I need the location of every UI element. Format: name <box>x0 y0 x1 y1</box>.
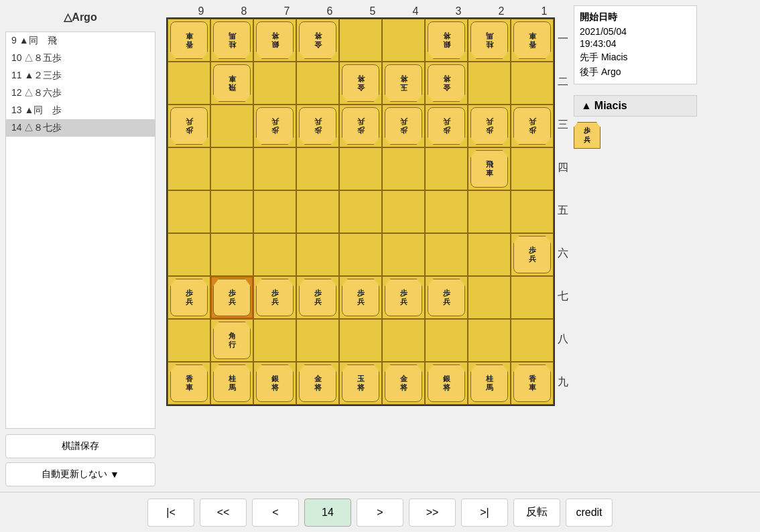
cell-7-9[interactable]: 銀将 <box>253 362 296 405</box>
move-item-12[interactable]: 12 △８六歩 <box>6 84 155 102</box>
cell-7-5[interactable] <box>253 190 296 233</box>
cell-3-6[interactable] <box>425 233 468 276</box>
cell-4-2[interactable]: 玉将 <box>382 62 425 105</box>
cell-6-2[interactable] <box>296 62 339 105</box>
nav-last-button[interactable]: >| <box>461 498 508 527</box>
nav-prev-button[interactable]: < <box>252 498 299 527</box>
cell-7-7[interactable]: 歩兵 <box>253 276 296 319</box>
cell-9-3[interactable]: 歩兵 <box>168 105 210 147</box>
cell-2-7[interactable] <box>468 276 511 319</box>
cell-5-4[interactable] <box>339 147 382 190</box>
cell-3-9[interactable]: 銀将 <box>425 362 468 405</box>
cell-2-9[interactable]: 桂馬 <box>468 362 511 405</box>
cell-7-4[interactable] <box>253 147 296 190</box>
cell-6-1[interactable]: 金将 <box>296 19 339 62</box>
cell-5-2[interactable]: 金将 <box>339 62 382 105</box>
cell-3-8[interactable] <box>425 319 468 362</box>
move-item-13[interactable]: 13 ▲同 歩 <box>6 102 155 119</box>
cell-8-1[interactable]: 桂馬 <box>210 19 253 62</box>
cell-7-2[interactable] <box>253 62 296 105</box>
cell-4-1[interactable] <box>382 19 425 62</box>
cell-8-7[interactable]: 歩兵 <box>210 276 253 319</box>
cell-1-5[interactable] <box>511 190 554 233</box>
nav-next-next-button[interactable]: >> <box>409 498 456 527</box>
auto-update-button[interactable]: 自動更新しない ▼ <box>5 462 155 486</box>
cell-6-8[interactable] <box>296 319 339 362</box>
cell-4-5[interactable] <box>382 190 425 233</box>
cell-9-6[interactable] <box>168 233 210 276</box>
move-item-11[interactable]: 11 ▲２三歩 <box>6 67 155 84</box>
cell-3-1[interactable]: 銀将 <box>425 19 468 62</box>
cell-2-6[interactable] <box>468 233 511 276</box>
cell-5-7[interactable]: 歩兵 <box>339 276 382 319</box>
cell-4-9[interactable]: 金将 <box>382 362 425 405</box>
cell-8-2[interactable]: 飛車 <box>210 62 253 105</box>
cell-5-1[interactable] <box>339 19 382 62</box>
cell-4-4[interactable] <box>382 147 425 190</box>
cell-5-9[interactable]: 玉将 <box>339 362 382 405</box>
cell-9-5[interactable] <box>168 190 210 233</box>
cell-3-3[interactable]: 歩兵 <box>425 105 468 147</box>
move-list[interactable]: 9 ▲同 飛 10 △８五歩 11 ▲２三歩 12 △８六歩 13 ▲同 歩 1… <box>5 31 155 429</box>
move-item-14[interactable]: 14 △８七歩 <box>6 119 155 137</box>
cell-7-3[interactable]: 歩兵 <box>253 105 296 147</box>
credit-button[interactable]: credit <box>566 498 613 527</box>
move-item-10[interactable]: 10 △８五歩 <box>6 50 155 67</box>
cell-3-5[interactable] <box>425 190 468 233</box>
nav-prev-prev-button[interactable]: << <box>200 498 247 527</box>
cell-1-8[interactable] <box>511 319 554 362</box>
cell-4-3[interactable]: 歩兵 <box>382 105 425 147</box>
cell-7-1[interactable]: 銀将 <box>253 19 296 62</box>
cell-8-9[interactable]: 桂馬 <box>210 362 253 405</box>
cell-1-9[interactable]: 香車 <box>511 362 554 405</box>
cell-3-4[interactable] <box>425 147 468 190</box>
cell-6-3[interactable]: 歩兵 <box>296 105 339 147</box>
cell-6-5[interactable] <box>296 190 339 233</box>
cell-5-3[interactable]: 歩兵 <box>339 105 382 147</box>
cell-1-3[interactable]: 歩兵 <box>511 105 554 147</box>
cell-8-5[interactable] <box>210 190 253 233</box>
save-kifu-button[interactable]: 棋譜保存 <box>5 434 155 458</box>
cell-9-7[interactable]: 歩兵 <box>168 276 210 319</box>
cell-9-4[interactable] <box>168 147 210 190</box>
nav-current-move[interactable]: 14 <box>304 498 351 527</box>
cell-1-6[interactable]: 歩兵 <box>511 233 554 276</box>
shogi-board[interactable]: 香車 桂馬 銀将 金将 <box>166 17 555 406</box>
cell-9-9[interactable]: 香車 <box>168 362 210 405</box>
cell-6-9[interactable]: 金将 <box>296 362 339 405</box>
cell-9-1[interactable]: 香車 <box>168 19 210 62</box>
cell-1-4[interactable] <box>511 147 554 190</box>
cell-4-7[interactable]: 歩兵 <box>382 276 425 319</box>
cell-6-7[interactable]: 歩兵 <box>296 276 339 319</box>
cell-1-7[interactable] <box>511 276 554 319</box>
cell-4-8[interactable] <box>382 319 425 362</box>
cell-6-4[interactable] <box>296 147 339 190</box>
cell-2-1[interactable]: 桂馬 <box>468 19 511 62</box>
cell-2-5[interactable] <box>468 190 511 233</box>
nav-first-button[interactable]: |< <box>147 498 194 527</box>
nav-next-button[interactable]: > <box>357 498 403 527</box>
cell-5-6[interactable] <box>339 233 382 276</box>
cell-1-2[interactable] <box>511 62 554 105</box>
cell-1-1[interactable]: 香車 <box>511 19 554 62</box>
cell-6-6[interactable] <box>296 233 339 276</box>
cell-2-8[interactable] <box>468 319 511 362</box>
cell-8-4[interactable] <box>210 147 253 190</box>
cell-5-8[interactable] <box>339 319 382 362</box>
cell-5-5[interactable] <box>339 190 382 233</box>
cell-4-6[interactable] <box>382 233 425 276</box>
cell-8-3[interactable] <box>210 105 253 147</box>
cell-7-8[interactable] <box>253 319 296 362</box>
cell-8-8[interactable]: 角行 <box>210 319 253 362</box>
cell-8-6[interactable] <box>210 233 253 276</box>
cell-2-3[interactable]: 歩兵 <box>468 105 511 147</box>
cell-7-6[interactable] <box>253 233 296 276</box>
cell-3-2[interactable]: 金将 <box>425 62 468 105</box>
cell-9-2[interactable] <box>168 62 210 105</box>
cell-2-4[interactable]: 飛車 <box>468 147 511 190</box>
flip-board-button[interactable]: 反転 <box>513 498 560 527</box>
cell-3-7[interactable]: 歩兵 <box>425 276 468 319</box>
cell-9-8[interactable] <box>168 319 210 362</box>
cell-2-2[interactable] <box>468 62 511 105</box>
move-item-9[interactable]: 9 ▲同 飛 <box>6 32 155 50</box>
